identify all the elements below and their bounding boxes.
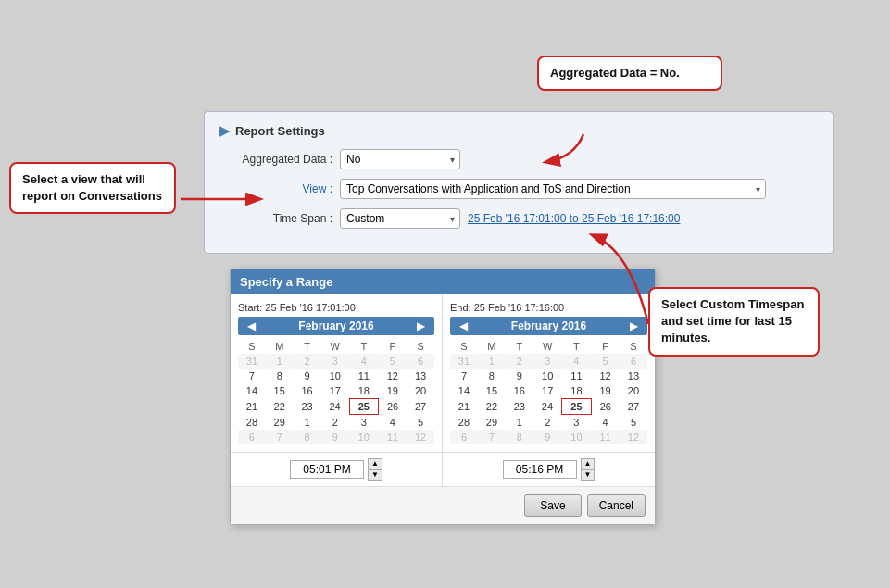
- timespan-select[interactable]: Custom Last Hour Last Day: [340, 208, 460, 229]
- calendar-day[interactable]: 18: [349, 383, 378, 399]
- calendar-day[interactable]: 1: [266, 354, 294, 369]
- calendar-day[interactable]: 13: [407, 369, 434, 383]
- calendar-day[interactable]: 1: [478, 354, 506, 369]
- calendar-day[interactable]: 12: [591, 369, 620, 383]
- calendar-day[interactable]: 4: [379, 415, 407, 431]
- calendar-day[interactable]: 9: [294, 369, 321, 383]
- calendar-day[interactable]: 14: [450, 383, 478, 399]
- calendar-day[interactable]: 29: [266, 415, 294, 431]
- calendar-day[interactable]: 8: [506, 430, 533, 444]
- calendar-day[interactable]: 29: [478, 415, 506, 431]
- calendar-day[interactable]: 10: [533, 369, 562, 383]
- calendar-day[interactable]: 26: [591, 399, 620, 415]
- calendar-day[interactable]: 7: [238, 369, 266, 383]
- calendar-day[interactable]: 21: [450, 399, 478, 415]
- left-time-up[interactable]: ▲: [368, 458, 382, 469]
- calendar-day[interactable]: 16: [294, 383, 321, 399]
- cancel-button[interactable]: Cancel: [587, 494, 646, 517]
- calendar-day[interactable]: 25: [349, 399, 378, 415]
- calendar-day[interactable]: 3: [533, 354, 562, 369]
- left-time-down[interactable]: ▼: [368, 469, 382, 481]
- right-time-up[interactable]: ▲: [581, 458, 595, 469]
- calendar-day[interactable]: 21: [238, 399, 266, 415]
- aggregated-data-select[interactable]: No Yes: [340, 149, 460, 169]
- calendar-day[interactable]: 20: [407, 383, 434, 399]
- calendar-day[interactable]: 23: [294, 399, 321, 415]
- calendar-day[interactable]: 6: [620, 354, 647, 369]
- calendar-day[interactable]: 11: [379, 430, 407, 444]
- calendar-day[interactable]: 6: [450, 430, 478, 444]
- calendar-day[interactable]: 17: [320, 383, 349, 399]
- calendar-day[interactable]: 27: [620, 399, 647, 415]
- calendar-day[interactable]: 15: [478, 383, 506, 399]
- calendar-day[interactable]: 27: [407, 399, 434, 415]
- calendar-day[interactable]: 5: [379, 354, 407, 369]
- calendar-day[interactable]: 4: [562, 354, 592, 369]
- calendar-day[interactable]: 6: [407, 354, 434, 369]
- calendar-day[interactable]: 5: [591, 354, 620, 369]
- calendar-day[interactable]: 20: [620, 383, 647, 399]
- calendar-day[interactable]: 28: [238, 415, 266, 431]
- calendar-day[interactable]: 18: [562, 383, 592, 399]
- calendar-day[interactable]: 5: [407, 415, 434, 431]
- calendar-day[interactable]: 12: [379, 369, 407, 383]
- calendar-day[interactable]: 10: [320, 369, 349, 383]
- calendar-day[interactable]: 1: [294, 415, 321, 431]
- calendar-day[interactable]: 17: [533, 383, 562, 399]
- calendar-day[interactable]: 8: [266, 369, 294, 383]
- calendar-day[interactable]: 5: [620, 415, 647, 431]
- calendar-day[interactable]: 8: [478, 369, 506, 383]
- calendar-day[interactable]: 6: [238, 430, 266, 444]
- calendar-day[interactable]: 11: [349, 369, 378, 383]
- calendar-day[interactable]: 22: [266, 399, 294, 415]
- calendar-day[interactable]: 2: [506, 354, 533, 369]
- calendar-day[interactable]: 7: [266, 430, 294, 444]
- calendar-day[interactable]: 10: [349, 430, 378, 444]
- calendar-day[interactable]: 9: [533, 430, 562, 444]
- calendar-day[interactable]: 12: [620, 430, 647, 444]
- calendar-day[interactable]: 24: [533, 399, 562, 415]
- calendar-day[interactable]: 10: [562, 430, 592, 444]
- calendar-day[interactable]: 2: [294, 354, 321, 369]
- right-time-input[interactable]: [503, 460, 577, 479]
- calendar-day[interactable]: 4: [591, 415, 620, 431]
- view-select[interactable]: Top Conversations with Application and T…: [340, 179, 766, 199]
- calendar-day[interactable]: 31: [450, 354, 478, 369]
- calendar-day[interactable]: 15: [266, 383, 294, 399]
- calendar-day[interactable]: 7: [478, 430, 506, 444]
- left-prev-btn[interactable]: ◀: [244, 319, 259, 332]
- left-next-btn[interactable]: ▶: [413, 319, 429, 332]
- calendar-day[interactable]: 24: [320, 399, 349, 415]
- calendar-day[interactable]: 12: [407, 430, 434, 444]
- calendar-day[interactable]: 14: [238, 383, 266, 399]
- calendar-day[interactable]: 19: [379, 383, 407, 399]
- calendar-day[interactable]: 13: [620, 369, 647, 383]
- calendar-day[interactable]: 9: [506, 369, 533, 383]
- calendar-day[interactable]: 26: [379, 399, 407, 415]
- view-label[interactable]: View :: [219, 182, 340, 195]
- calendar-day[interactable]: 2: [533, 415, 562, 431]
- calendar-day[interactable]: 4: [349, 354, 378, 369]
- calendar-day[interactable]: 3: [562, 415, 592, 431]
- right-prev-btn[interactable]: ◀: [456, 319, 471, 332]
- calendar-day[interactable]: 16: [506, 383, 533, 399]
- calendar-day[interactable]: 3: [320, 354, 349, 369]
- calendar-day[interactable]: 19: [591, 383, 620, 399]
- right-next-btn[interactable]: ▶: [626, 319, 642, 332]
- right-time-down[interactable]: ▼: [581, 469, 595, 481]
- calendar-day[interactable]: 3: [349, 415, 378, 431]
- save-button[interactable]: Save: [524, 494, 581, 517]
- calendar-day[interactable]: 7: [450, 369, 478, 383]
- calendar-day[interactable]: 25: [562, 399, 592, 415]
- calendar-day[interactable]: 28: [450, 415, 478, 431]
- calendar-day[interactable]: 11: [562, 369, 592, 383]
- calendar-day[interactable]: 31: [238, 354, 266, 369]
- calendar-day[interactable]: 9: [320, 430, 349, 444]
- calendar-day[interactable]: 1: [506, 415, 533, 431]
- calendar-day[interactable]: 22: [478, 399, 506, 415]
- calendar-day[interactable]: 2: [320, 415, 349, 431]
- timespan-link[interactable]: 25 Feb '16 17:01:00 to 25 Feb '16 17:16:…: [468, 212, 680, 225]
- calendar-day[interactable]: 23: [506, 399, 533, 415]
- calendar-day[interactable]: 8: [294, 430, 321, 444]
- calendar-day[interactable]: 11: [591, 430, 620, 444]
